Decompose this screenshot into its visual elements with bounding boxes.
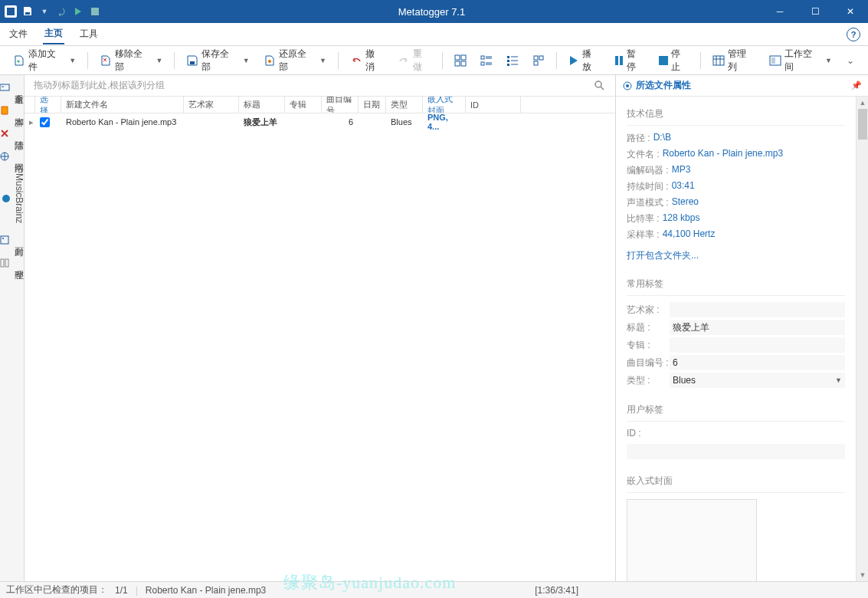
tag-label: 专辑 : bbox=[627, 339, 670, 352]
table-row[interactable]: ▸ Roberto Kan - Plain jene.mp3 狼爱上羊 6 Bl… bbox=[25, 113, 615, 130]
col-artist[interactable]: 艺术家 bbox=[184, 97, 239, 113]
dropdown-arrow-icon: ▼ bbox=[319, 57, 326, 64]
track-input[interactable] bbox=[670, 355, 845, 370]
view-list-button[interactable] bbox=[501, 51, 524, 71]
col-track[interactable]: 曲目编号 bbox=[322, 97, 359, 113]
menu-home[interactable]: 主页 bbox=[43, 24, 64, 44]
view-tiles-button[interactable] bbox=[449, 51, 472, 71]
remove-all-label: 移除全部 bbox=[115, 48, 151, 74]
dropdown-arrow-icon: ▼ bbox=[835, 376, 842, 384]
workspace-label: 工作空间 bbox=[784, 48, 821, 74]
cell-filename[interactable]: Roberto Kan - Plain jene.mp3 bbox=[61, 113, 184, 130]
add-file-button[interactable]: 添加文件 ▼ bbox=[8, 44, 81, 77]
close-button[interactable]: ✕ bbox=[833, 0, 868, 23]
album-input[interactable] bbox=[670, 337, 845, 353]
scroll-up-icon[interactable]: ▲ bbox=[857, 97, 868, 109]
svg-rect-24 bbox=[0, 84, 9, 90]
sidebar-item-cover[interactable]: 封面 bbox=[0, 234, 25, 246]
undo-button[interactable]: 撤消 bbox=[345, 44, 389, 77]
search-icon[interactable] bbox=[594, 80, 606, 92]
title-input[interactable] bbox=[670, 320, 845, 335]
save-all-button[interactable]: 保存全部 ▼ bbox=[181, 44, 254, 77]
help-icon[interactable]: ? bbox=[847, 28, 860, 41]
play-qat-icon[interactable] bbox=[72, 5, 84, 18]
open-folder-link[interactable]: 打开包含文件夹... bbox=[627, 249, 845, 262]
col-title[interactable]: 标题 bbox=[239, 97, 285, 113]
col-select[interactable]: 选择 bbox=[35, 97, 61, 113]
view-grid-button[interactable] bbox=[527, 51, 550, 71]
cover-preview[interactable] bbox=[627, 499, 757, 581]
remove-all-button[interactable]: 移除全部 ▼ bbox=[94, 44, 168, 77]
type-select[interactable]: Blues▼ bbox=[670, 373, 845, 388]
row-checkbox[interactable] bbox=[40, 117, 50, 127]
save-icon[interactable] bbox=[21, 5, 34, 18]
col-album[interactable]: 专辑 bbox=[285, 97, 322, 113]
svg-rect-7 bbox=[461, 55, 466, 60]
sidebar: 重命名 脚本 清除 网络 MusicBrainz 封面 整理 bbox=[0, 75, 25, 581]
undo-qat-icon[interactable] bbox=[55, 5, 67, 18]
cell-track[interactable]: 6 bbox=[322, 113, 359, 130]
pin-icon[interactable]: 📌 bbox=[851, 80, 862, 90]
separator bbox=[174, 52, 175, 69]
svg-rect-1 bbox=[7, 8, 15, 15]
restore-all-button[interactable]: 还原全部 ▼ bbox=[258, 44, 332, 77]
pause-label: 暂停 bbox=[627, 48, 645, 74]
menu-file[interactable]: 文件 bbox=[8, 25, 29, 44]
restore-all-label: 还原全部 bbox=[279, 48, 315, 74]
view-details-button[interactable] bbox=[475, 51, 498, 71]
sidebar-item-clean[interactable]: 清除 bbox=[0, 127, 25, 140]
sidebar-item-script[interactable]: 脚本 bbox=[0, 104, 25, 117]
status-time: [1:36/3:41] bbox=[535, 585, 578, 596]
cell-artist[interactable] bbox=[184, 113, 239, 130]
col-cover[interactable]: 嵌入式封面 bbox=[423, 97, 466, 113]
scroll-thumb[interactable] bbox=[858, 109, 867, 140]
minimize-button[interactable]: ─ bbox=[762, 0, 798, 23]
sidebar-item-rename[interactable]: 重命名 bbox=[0, 81, 25, 94]
scroll-down-icon[interactable]: ▼ bbox=[857, 569, 868, 581]
cell-cover[interactable]: PNG, 4... bbox=[423, 113, 466, 130]
play-button[interactable]: 播放 bbox=[563, 44, 606, 77]
col-filename[interactable]: 新建文件名 bbox=[61, 97, 184, 113]
svg-rect-17 bbox=[534, 61, 538, 65]
stop-qat-icon[interactable] bbox=[89, 5, 101, 18]
redo-label: 重做 bbox=[413, 48, 431, 74]
pause-button[interactable]: 暂停 bbox=[609, 44, 650, 77]
cell-date[interactable] bbox=[359, 113, 386, 130]
redo-icon bbox=[398, 54, 410, 67]
menu-tools[interactable]: 工具 bbox=[78, 25, 100, 44]
stop-button[interactable]: 停止 bbox=[653, 44, 695, 77]
cell-id[interactable] bbox=[466, 113, 521, 130]
manage-cols-button[interactable]: 管理列 bbox=[707, 44, 761, 77]
sidebar-label: MusicBrainz bbox=[14, 173, 25, 223]
dropdown-arrow-icon: ▼ bbox=[69, 57, 76, 64]
svg-rect-8 bbox=[455, 61, 460, 66]
cell-album[interactable] bbox=[285, 113, 322, 130]
sidebar-item-organize[interactable]: 整理 bbox=[0, 257, 25, 269]
artist-input[interactable] bbox=[670, 302, 845, 317]
scrollbar[interactable]: ▲ ▼ bbox=[856, 97, 868, 581]
row-checkbox-cell[interactable] bbox=[35, 113, 61, 130]
redo-button[interactable]: 重做 bbox=[392, 44, 437, 77]
col-date[interactable]: 日期 bbox=[359, 97, 386, 113]
cell-type[interactable]: Blues bbox=[386, 113, 423, 130]
col-type[interactable]: 类型 bbox=[386, 97, 423, 113]
cell-title[interactable]: 狼爱上羊 bbox=[239, 113, 285, 130]
col-id[interactable]: ID bbox=[466, 97, 521, 113]
id-input[interactable] bbox=[627, 444, 845, 459]
sidebar-item-musicbrainz[interactable]: MusicBrainz bbox=[0, 173, 25, 223]
prop-label: 文件名 : bbox=[627, 148, 660, 161]
qat-dropdown[interactable]: ▼ bbox=[38, 5, 51, 18]
maximize-button[interactable]: ☐ bbox=[798, 0, 833, 23]
svg-rect-9 bbox=[461, 61, 466, 66]
group-bar[interactable]: 拖动列标题到此处,根据该列分组 bbox=[25, 75, 615, 97]
svg-point-31 bbox=[595, 81, 601, 87]
save-all-label: 保存全部 bbox=[201, 48, 237, 74]
properties-body: 技术信息 路径 :D:\B 文件名 :Roberto Kan - Plain j… bbox=[616, 97, 856, 581]
workspace-button[interactable]: 工作空间 ▼ bbox=[764, 44, 837, 77]
svg-rect-6 bbox=[455, 55, 460, 60]
add-file-label: 添加文件 bbox=[28, 48, 64, 74]
row-handle[interactable]: ▸ bbox=[25, 113, 35, 130]
ribbon-expand-button[interactable]: ⌄ bbox=[840, 52, 860, 69]
app-icon bbox=[5, 5, 17, 18]
sidebar-item-net[interactable]: 网络 bbox=[0, 150, 25, 163]
